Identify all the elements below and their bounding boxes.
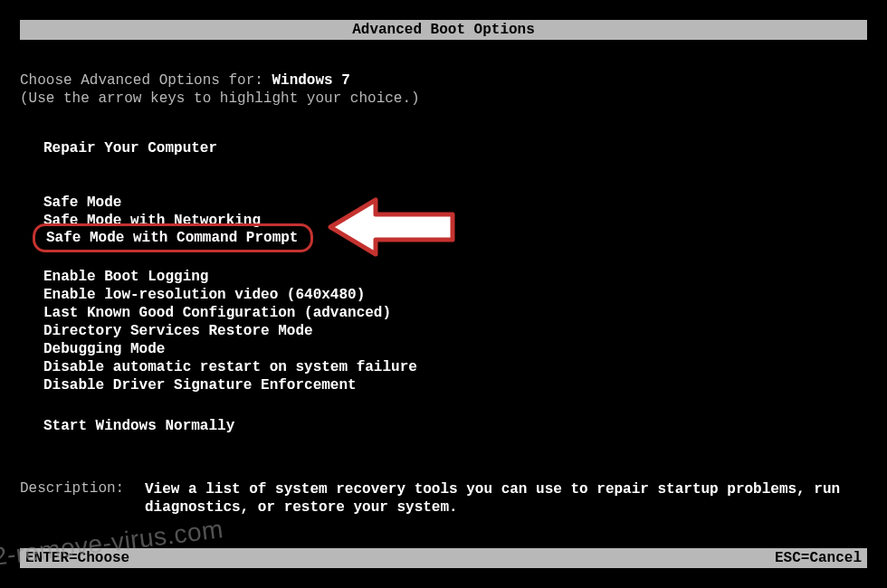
option-disable-auto-restart[interactable]: Disable automatic restart on system fail… — [43, 359, 417, 375]
intro-prefix: Choose Advanced Options for: — [20, 72, 272, 89]
option-start-windows-normally[interactable]: Start Windows Normally — [43, 418, 234, 434]
option-safe-mode-command-prompt: Safe Mode with Command Prompt — [46, 230, 298, 246]
description-label: Description: — [20, 480, 124, 497]
option-enable-boot-logging[interactable]: Enable Boot Logging — [43, 269, 208, 285]
footer-esc: ESC=Cancel — [775, 548, 862, 568]
option-safe-mode-command-prompt-highlight[interactable]: Safe Mode with Command Prompt — [33, 223, 313, 252]
option-disable-driver-signature[interactable]: Disable Driver Signature Enforcement — [43, 377, 357, 394]
description-text: View a list of system recovery tools you… — [145, 480, 851, 517]
option-last-known-good[interactable]: Last Known Good Configuration (advanced) — [43, 305, 391, 321]
intro-os: Windows 7 — [272, 72, 349, 89]
intro-line: Choose Advanced Options for: Windows 7 — [20, 72, 350, 89]
option-directory-services-restore[interactable]: Directory Services Restore Mode — [43, 323, 313, 339]
option-safe-mode[interactable]: Safe Mode — [43, 194, 121, 211]
pointer-arrow-icon — [326, 193, 462, 261]
intro-hint: (Use the arrow keys to highlight your ch… — [20, 90, 420, 107]
option-low-resolution-video[interactable]: Enable low-resolution video (640x480) — [43, 287, 365, 303]
option-repair-your-computer[interactable]: Repair Your Computer — [43, 140, 217, 156]
title-bar: Advanced Boot Options — [20, 20, 867, 40]
option-debugging-mode[interactable]: Debugging Mode — [43, 341, 165, 357]
